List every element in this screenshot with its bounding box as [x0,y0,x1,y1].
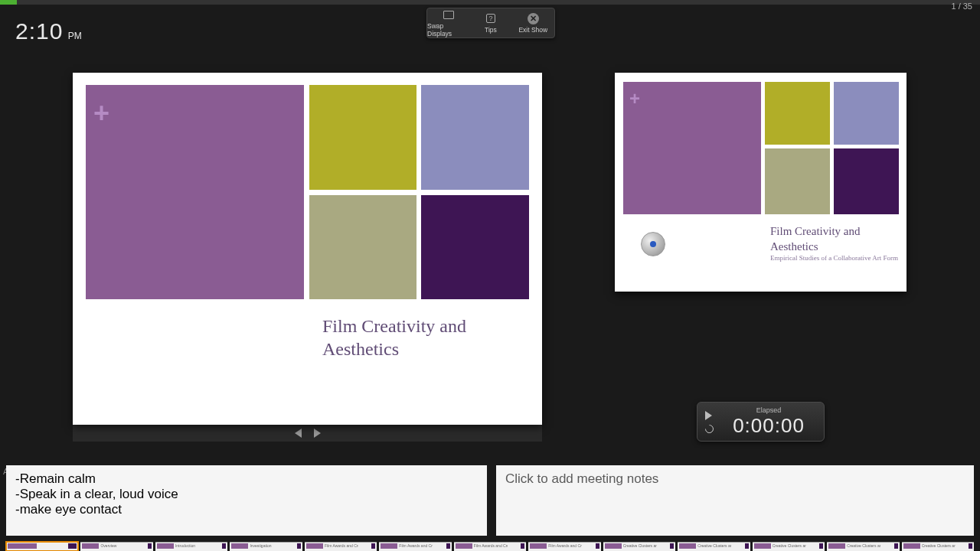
thumbnail-label: Creative Clusters and [922,543,956,548]
exit-show-label: Exit Show [518,26,547,34]
thumbnail-label: Investigation [250,543,283,548]
presenter-note-line: -Remain calm [15,471,478,487]
thumbnail-label: Film Awards and Creative [325,543,358,548]
thumbnail-label: Film Awards and Creative [474,543,508,548]
thumbnail-label: Overview [100,543,134,548]
clock-ampm: PM [68,31,82,41]
meeting-notes-pane[interactable]: Click to add meeting notes [496,465,974,536]
slide-thumbnail[interactable] [6,542,78,551]
slide-thumbnail[interactable]: Film Awards and Creative [454,542,526,551]
slide-thumbnail[interactable]: Film Awards and Creative [528,542,600,551]
slide-thumbnail[interactable]: Introduction [155,542,227,551]
presenter-note-line: -make eye contact [15,502,478,517]
slide-tile-khaki [309,195,416,299]
next-slide-title: Film Creativity and Aesthetics [770,224,893,254]
exit-icon: ✕ [528,13,539,24]
slide-thumbnail[interactable]: Overview [80,542,152,551]
timer-value: 0:00:00 [733,414,805,438]
clock-time: 2:10 [15,18,63,44]
progress-bar-fill [0,0,17,5]
slide-tile-large: + [86,85,304,299]
thumbnail-label: Creative Clusters and [847,543,880,548]
plus-icon: + [93,97,109,129]
elapsed-timer: Elapsed 0:00:00 [697,402,825,442]
tips-button[interactable]: ? Tips [469,8,511,37]
next-tile-deep-purple [834,148,899,214]
tips-label: Tips [485,26,497,34]
swap-displays-button[interactable]: Swap Displays [427,8,469,37]
slide-thumbnail[interactable]: Creative Clusters and [827,542,899,551]
timer-reset-button[interactable] [704,422,716,435]
slide-nav-bar [73,425,542,442]
slide-thumbnail[interactable]: Creative Clusters and [902,542,974,551]
next-tile-khaki [765,148,830,214]
prev-slide-button[interactable] [295,429,302,438]
presenter-notes-pane[interactable]: -Remain calm-Speak in a clear, loud voic… [6,465,487,536]
current-slide-title: Film Creativity and Aesthetics [322,315,514,360]
slide-thumbnail[interactable]: Creative Clusters and [678,542,750,551]
thumbnail-label: Creative Clusters and [773,543,806,548]
slide-tile-deep-purple [421,195,529,299]
timer-label: Elapsed [756,406,782,414]
next-slide-subtitle: Empirical Studies of a Collaborative Art… [770,254,898,262]
plus-icon: + [629,88,640,109]
slide-thumbnail[interactable]: Film Awards and Creative [305,542,377,551]
presenter-toolbar: Swap Displays ? Tips ✕ Exit Show [426,8,555,38]
slide-counter: 1 / 35 [951,2,972,11]
presenter-note-line: -Speak in a clear, loud voice [15,487,478,502]
slide-thumbnail[interactable]: Film Awards and Creative [379,542,451,551]
thumbnail-label: Film Awards and Creative [548,543,582,548]
slide-tile-lilac [421,85,529,190]
next-slide-button[interactable] [314,429,321,438]
current-slide-container: + Film Creativity and Aesthetics [73,73,542,442]
current-slide[interactable]: + Film Creativity and Aesthetics [73,73,542,425]
audio-icon [641,232,665,256]
thumbnail-label: Film Awards and Creative [399,543,433,548]
slide-thumbnail[interactable]: Creative Clusters and [753,542,825,551]
next-tile-lilac [834,82,899,145]
slide-thumbnail[interactable]: Investigation [230,542,302,551]
thumbnail-label: Creative Clusters and [697,543,731,548]
thumbnail-label: Creative Clusters and [623,543,657,548]
exit-show-button[interactable]: ✕ Exit Show [512,8,554,37]
timer-play-button[interactable] [705,411,712,420]
next-tile-olive [765,82,830,145]
swap-displays-icon [443,11,454,19]
tips-icon: ? [486,14,495,23]
clock: 2:10 PM [15,18,82,44]
swap-displays-label: Swap Displays [427,22,469,37]
slide-tile-olive [309,85,416,190]
thumbnail-strip: OverviewIntroductionInvestigationFilm Aw… [6,542,974,551]
slide-thumbnail[interactable]: Creative Clusters and [603,542,675,551]
thumbnail-label: Introduction [175,543,209,548]
next-tile-large: + [623,82,761,214]
next-slide-preview[interactable]: + Film Creativity and Aesthetics Empiric… [615,73,906,292]
